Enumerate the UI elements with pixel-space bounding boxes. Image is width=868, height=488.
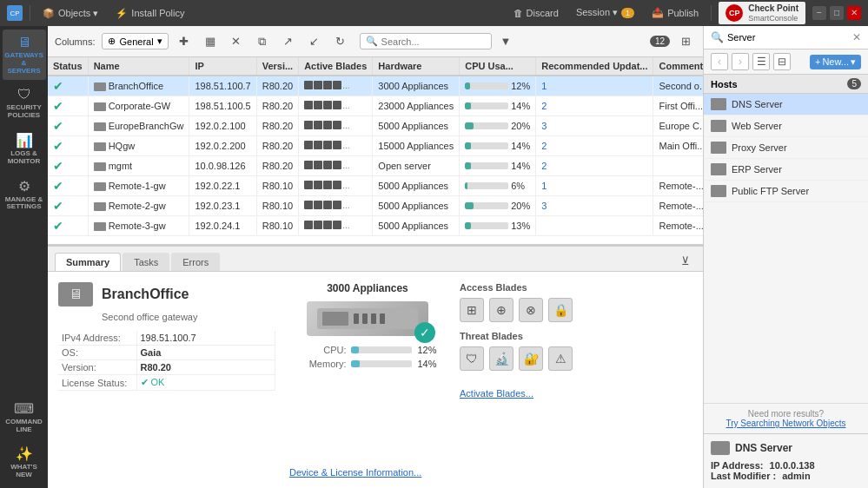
hosts-header: Hosts 5 xyxy=(704,75,868,94)
cell-name: mgmt xyxy=(88,156,189,176)
detail-modifier-row: Last Modifier : admin xyxy=(711,471,861,481)
device-license-link[interactable]: Device & License Information... xyxy=(289,467,421,478)
minimize-btn[interactable]: − xyxy=(812,6,826,20)
table-row[interactable]: ✔ Remote-3-gw 192.0.24.1 R80.10 ... 5000… xyxy=(48,216,703,236)
detail-ip-row: IP Address: 10.0.0.138 xyxy=(711,460,861,471)
table-row[interactable]: ✔ EuropeBranchGw 192.0.2.100 R80.20 ... … xyxy=(48,116,703,136)
detail-host-icon xyxy=(711,441,730,455)
maximize-btn[interactable]: □ xyxy=(830,6,844,20)
col-status[interactable]: Status xyxy=(48,57,88,76)
panel-expand-btn[interactable]: ⊻ xyxy=(675,250,696,271)
host-list-item[interactable]: Web Server xyxy=(704,115,868,137)
cell-comment: First Offi... xyxy=(653,96,703,116)
sidebar-item-whatsnew[interactable]: ✨ WHAT'S NEW xyxy=(3,440,46,485)
blade-url[interactable]: ⊗ xyxy=(519,298,543,322)
right-new-btn[interactable]: + New... ▾ xyxy=(810,55,861,69)
cell-hardware: 5000 Appliances xyxy=(373,116,460,136)
sidebar-item-security[interactable]: 🛡 SECURITY POLICIES xyxy=(3,82,46,125)
right-back-btn[interactable]: ‹ xyxy=(711,53,728,70)
blade-te[interactable]: ⚠ xyxy=(548,346,573,371)
memory-usage-label: Memory: xyxy=(298,359,346,369)
blade-firewall[interactable]: ⊞ xyxy=(460,298,484,322)
search-input[interactable] xyxy=(381,36,486,47)
blade-ips[interactable]: 🛡 xyxy=(460,346,484,371)
host-icon xyxy=(711,163,726,175)
sidebar-item-manage[interactable]: ⚙ MANAGE & SETTINGS xyxy=(3,173,46,217)
cell-update: 1 xyxy=(536,176,653,196)
version-label: Version: xyxy=(58,360,136,375)
objects-menu[interactable]: 📦 Objects ▾ xyxy=(37,8,103,19)
table-row[interactable]: ✔ HQgw 192.0.2.200 R80.20 ... 15000 Appl… xyxy=(48,136,703,156)
try-searching-link[interactable]: Try Searching Network Objects xyxy=(711,419,861,428)
new-plus-icon: + xyxy=(815,56,820,67)
right-forward-btn[interactable]: › xyxy=(732,53,749,70)
host-list-item[interactable]: DNS Server xyxy=(704,94,868,115)
host-name: Proxy Server xyxy=(732,142,787,153)
manage-label: MANAGE & SETTINGS xyxy=(4,196,44,212)
sidebar-item-logs[interactable]: 📊 LOGS & MONITOR xyxy=(3,127,46,171)
col-cpu[interactable]: CPU Usa... xyxy=(460,57,536,76)
table-row[interactable]: ✔ Remote-2-gw 192.0.23.1 R80.10 ... 5000… xyxy=(48,196,703,216)
blade-app-ctrl[interactable]: ⊕ xyxy=(489,298,514,322)
col-update[interactable]: Recommended Updat... xyxy=(536,57,653,76)
cell-version: R80.10 xyxy=(256,196,298,216)
col-comment[interactable]: Comment xyxy=(653,57,703,76)
sidebar-item-cmdline[interactable]: ⌨ COMMAND LINE xyxy=(3,395,46,439)
delete-btn[interactable]: ✕ xyxy=(226,31,247,52)
need-more-label: Need more results? xyxy=(711,409,861,419)
right-detail-header: DNS Server xyxy=(711,441,861,455)
detail-ip-label: IP Address: xyxy=(711,460,764,471)
filter-icon[interactable]: ▼ xyxy=(500,35,512,48)
tab-tasks[interactable]: Tasks xyxy=(123,253,169,271)
sidebar-item-gateways[interactable]: 🖥 GATEWAYS & SERVERS xyxy=(3,30,46,80)
col-version[interactable]: Versi... xyxy=(256,57,298,76)
export-btn[interactable]: ↗ xyxy=(278,31,299,52)
col-name[interactable]: Name xyxy=(88,57,189,76)
install-policy-btn[interactable]: ⚡ Install Policy xyxy=(110,8,189,19)
objects-tab-vertical[interactable]: Objects xyxy=(703,26,704,130)
toolbar: Columns: ⊕ General ▾ ✚ ▦ ✕ ⧉ ↗ ↙ ↻ 🔍 ▼ 1… xyxy=(48,26,703,57)
table-row[interactable]: ✔ BranchOffice 198.51.100.7 R80.20 ... 3… xyxy=(48,76,703,96)
table-row[interactable]: ✔ Corporate-GW 198.51.100.5 R80.20 ... 2… xyxy=(48,96,703,116)
host-list-item[interactable]: Public FTP Server xyxy=(704,181,868,202)
filter-col-btn[interactable]: ▦ xyxy=(200,31,221,52)
cell-status: ✔ xyxy=(48,156,88,176)
right-tree-view-btn[interactable]: ⊟ xyxy=(773,53,791,70)
close-btn[interactable]: ✕ xyxy=(847,6,861,20)
col-blades[interactable]: Active Blades xyxy=(299,57,373,76)
right-search-clear[interactable]: ✕ xyxy=(852,31,861,43)
clone-btn[interactable]: ⧉ xyxy=(252,31,273,52)
blade-av[interactable]: 🔬 xyxy=(489,346,514,371)
session-btn[interactable]: Session ▾ 1 xyxy=(571,7,639,18)
columns-select[interactable]: ⊕ General ▾ xyxy=(102,33,168,49)
host-list-item[interactable]: Proxy Server xyxy=(704,137,868,159)
discard-label: Discard xyxy=(527,8,559,18)
search-box[interactable]: 🔍 xyxy=(360,33,492,49)
refresh-btn[interactable]: ↻ xyxy=(330,31,351,52)
col-ip[interactable]: IP xyxy=(189,57,256,76)
blade-ab[interactable]: 🔐 xyxy=(519,346,543,371)
right-list-view-btn[interactable]: ☰ xyxy=(752,53,770,70)
install-label: Install Policy xyxy=(131,8,184,18)
app-logo: CP xyxy=(7,5,23,21)
right-search-icon: 🔍 xyxy=(711,31,724,43)
expand-btn[interactable]: ⊞ xyxy=(675,31,696,52)
tab-summary[interactable]: Summary xyxy=(55,253,121,271)
security-icon: 🛡 xyxy=(17,87,31,102)
blade-vpn[interactable]: 🔒 xyxy=(548,298,573,322)
host-list-item[interactable]: ERP Server xyxy=(704,159,868,181)
add-btn[interactable]: ✚ xyxy=(174,31,195,52)
cell-name: BranchOffice xyxy=(88,76,189,96)
activate-blades-link[interactable]: Activate Blades... xyxy=(460,388,533,399)
table-row[interactable]: ✔ Remote-1-gw 192.0.22.1 R80.10 ... 5000… xyxy=(48,176,703,196)
publish-btn[interactable]: 📤 Publish xyxy=(646,7,704,18)
tab-errors[interactable]: Errors xyxy=(171,253,220,271)
discard-btn[interactable]: 🗑 Discard xyxy=(508,8,564,18)
right-search-input[interactable] xyxy=(727,32,849,43)
table-row[interactable]: ✔ mgmt 10.0.98.126 R80.20 ... Open serve… xyxy=(48,156,703,176)
status-check-badge: ✓ xyxy=(414,322,435,343)
cell-update xyxy=(536,216,653,236)
import-btn[interactable]: ↙ xyxy=(304,31,325,52)
cell-update: 1 xyxy=(536,76,653,96)
col-hardware[interactable]: Hardware xyxy=(373,57,460,76)
